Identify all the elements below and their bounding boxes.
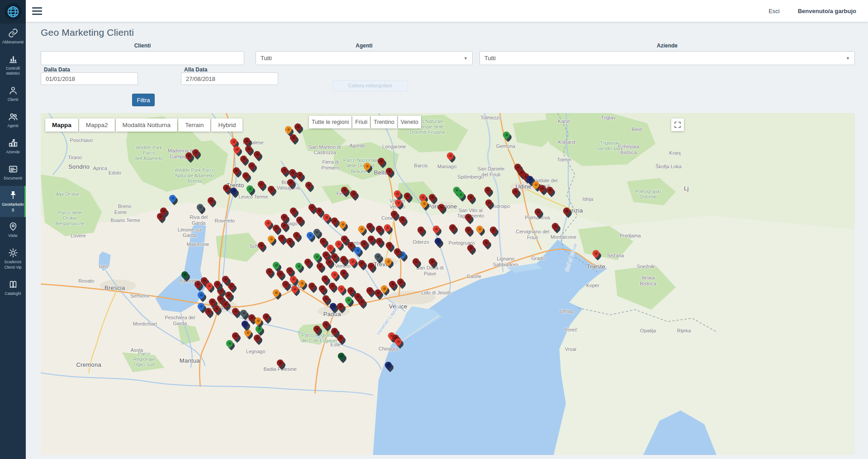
chevron-down-icon: ▼: [846, 56, 850, 61]
clienti-input[interactable]: [41, 51, 244, 65]
sidebar-item-label: Scadenze Clienti Vip: [1, 260, 25, 270]
document-icon: [8, 164, 18, 174]
map-type-modalita-notturna[interactable]: Modalità Notturna: [116, 118, 178, 132]
map-pin-icon: [8, 222, 18, 232]
agenti-select-value: Tutti: [261, 55, 272, 62]
book-icon: [8, 279, 18, 289]
logout-link[interactable]: Esci: [768, 8, 780, 14]
region-filter-friuli[interactable]: Friuli: [352, 116, 370, 128]
region-filter-trentino[interactable]: Trentino: [371, 116, 397, 128]
link-icon: [8, 28, 18, 38]
fullscreen-button[interactable]: [671, 118, 684, 131]
map-type-hybrid[interactable]: Hybrid: [211, 118, 242, 132]
dalla-data-label: Dalla Data: [44, 66, 70, 73]
sidebar-item-aziende[interactable]: Aziende: [0, 133, 26, 160]
dalla-data-input[interactable]: [41, 72, 138, 85]
agenti-label: Agenti: [256, 43, 473, 49]
aziende-select[interactable]: Tutti ▼: [479, 51, 855, 65]
map-type-controls: MappaMappa2Modalità NotturnaTerrainHybri…: [45, 118, 242, 132]
sidebar-item-scadenze-clienti-vip[interactable]: Scadenze Clienti Vip: [0, 243, 26, 274]
sidebar-nav: AbbinamentiControlli statisticiClientiAg…: [0, 24, 26, 301]
gear-icon: [8, 248, 18, 258]
bar-chart-icon: [8, 54, 18, 64]
aziende-select-value: Tutti: [484, 55, 496, 62]
podium-icon: [8, 138, 18, 148]
sidebar-item-label: Abbinamenti: [2, 40, 24, 45]
menu-toggle-button[interactable]: [32, 5, 43, 17]
cattura-rettangolare-button[interactable]: Cattura rettangolare: [332, 80, 408, 91]
app-logo[interactable]: [0, 0, 26, 24]
pushpin-icon: [8, 190, 18, 200]
sidebar-item-documenti[interactable]: Documenti: [0, 160, 26, 186]
sidebar-item-label: Cataloghi: [5, 291, 21, 296]
map-type-terrain[interactable]: Terrain: [178, 118, 210, 132]
sidebar-item-cataloghi[interactable]: Cataloghi: [0, 275, 26, 301]
chevron-down-icon: ▼: [464, 56, 468, 61]
sidebar-item-label: Documenti: [4, 176, 22, 181]
topbar: Esci Benvenuto/a garbujo: [26, 0, 868, 22]
sidebar-item-label: Agenti: [7, 123, 18, 128]
clienti-label: Clienti: [41, 43, 244, 49]
sidebar-item-label: Aziende: [6, 150, 20, 155]
alla-data-input[interactable]: [181, 72, 278, 85]
user-icon: [8, 85, 18, 95]
sidebar-item-visite[interactable]: Visite: [0, 217, 26, 243]
sidebar-item-clienti[interactable]: Clienti: [0, 81, 26, 107]
sidebar-item-agenti[interactable]: Agenti: [0, 107, 26, 133]
sidebar-item-geomarketing[interactable]: GeoMarketing: [0, 186, 26, 217]
map-background: [41, 113, 855, 455]
agenti-select[interactable]: Tutti ▼: [256, 51, 473, 65]
sidebar-item-label: Visite: [8, 233, 18, 238]
page-title: Geo Marketing Clienti: [41, 27, 134, 38]
sidebar-item-controlli-statistici[interactable]: Controlli statistici: [0, 50, 26, 81]
sidebar: AbbinamentiControlli statisticiClientiAg…: [0, 0, 26, 459]
filtra-button[interactable]: Filtra: [132, 94, 155, 106]
region-filter-veneto[interactable]: Veneto: [398, 116, 421, 128]
sidebar-item-label: GeoMarketing: [1, 202, 25, 212]
fullscreen-icon: [674, 121, 681, 129]
users-icon: [8, 112, 18, 122]
globe-icon: [6, 5, 20, 19]
region-filter-controls: Tutte le regioniFriuliTrentinoVeneto: [309, 116, 421, 128]
map-type-mappa[interactable]: Mappa: [45, 118, 78, 132]
map-type-mappa2[interactable]: Mappa2: [79, 118, 115, 132]
aziende-label: Aziende: [479, 43, 855, 49]
map-canvas[interactable]: SondrioBresciaTrentoBellunoTrevisoVenice…: [41, 113, 855, 455]
sidebar-item-label: Clienti: [8, 97, 19, 102]
sidebar-item-label: Controlli statistici: [1, 66, 25, 76]
main-content: Geo Marketing Clienti Clienti Agenti Tut…: [26, 22, 868, 459]
sidebar-item-abbinamenti[interactable]: Abbinamenti: [0, 24, 26, 50]
welcome-text: Benvenuto/a garbujo: [798, 8, 856, 14]
alla-data-label: Alla Data: [184, 66, 207, 73]
region-filter-tutte-le-regioni[interactable]: Tutte le regioni: [309, 116, 351, 128]
